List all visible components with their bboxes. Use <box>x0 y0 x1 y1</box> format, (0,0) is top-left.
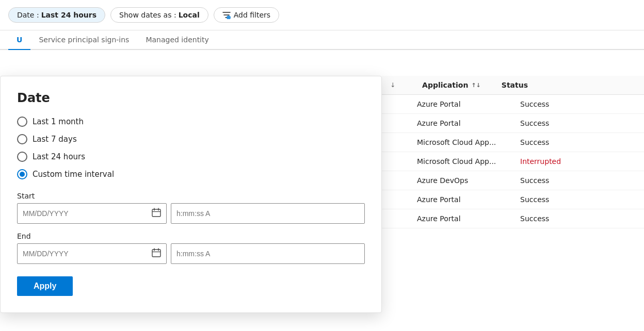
start-time-input[interactable] <box>176 209 359 218</box>
table-row[interactable]: Azure Portal Success <box>382 190 644 209</box>
end-date-input[interactable] <box>23 250 152 258</box>
status-cell: Success <box>520 100 549 108</box>
app-cell: Azure Portal <box>417 119 500 127</box>
app-cell: Azure Portal <box>417 195 500 204</box>
sort-down-arrow: ↓ <box>390 81 395 89</box>
tab-user-signins[interactable]: U <box>8 30 30 50</box>
radio-last24hours[interactable]: Last 24 hours <box>17 152 365 162</box>
app-cell: Azure DevOps <box>417 176 500 185</box>
app-cell: Azure Portal <box>417 214 500 223</box>
filter-icon <box>222 11 231 19</box>
tab-managed-identity[interactable]: Managed identity <box>137 30 217 50</box>
application-sort-icon[interactable]: ↑↓ <box>471 82 480 89</box>
radio-custom[interactable]: Custom time interval <box>17 169 365 179</box>
start-calendar-icon[interactable] <box>152 208 161 219</box>
start-date-input[interactable] <box>23 209 152 218</box>
background-table: ↓ Application ↑↓ Status Azure Portal Suc… <box>382 76 644 331</box>
app-cell: Microsoft Cloud App... <box>417 138 500 146</box>
end-time-input-wrapper[interactable] <box>171 243 365 264</box>
tab-service-principal[interactable]: Service principal sign-ins <box>30 30 137 50</box>
date-chip-value: Last 24 hours <box>41 11 96 19</box>
date-chip-label: Date : <box>17 11 39 19</box>
application-column-header[interactable]: Application ↑↓ <box>422 81 481 89</box>
table-row[interactable]: Microsoft Cloud App... Interrupted <box>382 152 644 171</box>
start-label: Start <box>17 192 365 200</box>
apply-button[interactable]: Apply <box>17 276 73 296</box>
table-row[interactable]: Microsoft Cloud App... Success <box>382 133 644 152</box>
status-column-header: Status <box>502 81 528 89</box>
table-row[interactable]: Azure Portal Success <box>382 114 644 133</box>
start-date-time-row <box>17 203 365 224</box>
app-cell: Microsoft Cloud App... <box>417 157 500 166</box>
filter-bar: Date : Last 24 hours Show dates as : Loc… <box>0 0 644 30</box>
app-cell: Azure Portal <box>417 100 500 108</box>
table-row[interactable]: Azure DevOps Success <box>382 171 644 190</box>
radio-label-last7days: Last 7 days <box>33 135 77 144</box>
panel-title: Date <box>17 91 365 105</box>
date-dropdown-panel: Date Last 1 month Last 7 days Last 24 ho… <box>0 76 382 313</box>
radio-label-last1month: Last 1 month <box>33 117 84 126</box>
status-cell: Success <box>520 195 549 204</box>
status-cell: Success <box>520 119 549 127</box>
radio-circle-last7days <box>17 134 27 144</box>
show-dates-chip[interactable]: Show dates as : Local <box>110 7 208 23</box>
end-date-input-wrapper[interactable] <box>17 243 167 264</box>
end-time-input[interactable] <box>176 250 359 258</box>
main-content: Date Last 1 month Last 7 days Last 24 ho… <box>0 50 644 331</box>
svg-rect-7 <box>152 250 160 257</box>
radio-circle-last24hours <box>17 152 27 162</box>
end-calendar-icon[interactable] <box>152 248 161 259</box>
tab-bar: U Service principal sign-ins Managed ide… <box>0 30 644 50</box>
table-row[interactable]: Azure Portal Success <box>382 209 644 228</box>
svg-rect-3 <box>152 209 160 217</box>
radio-label-custom: Custom time interval <box>33 170 114 179</box>
start-date-input-wrapper[interactable] <box>17 203 167 224</box>
status-cell: Success <box>520 176 549 185</box>
add-filters-label: Add filters <box>234 11 270 19</box>
radio-last7days[interactable]: Last 7 days <box>17 134 365 144</box>
radio-label-last24hours: Last 24 hours <box>33 152 85 161</box>
end-label: End <box>17 232 365 240</box>
radio-dot-custom <box>20 172 25 177</box>
radio-last1month[interactable]: Last 1 month <box>17 117 365 127</box>
status-cell: Success <box>520 214 549 223</box>
show-dates-value: Local <box>179 11 200 19</box>
table-header-row: ↓ Application ↑↓ Status <box>382 76 644 95</box>
radio-group: Last 1 month Last 7 days Last 24 hours C… <box>17 117 365 179</box>
add-filters-button[interactable]: Add filters <box>214 7 279 23</box>
show-dates-label: Show dates as : <box>119 11 176 19</box>
end-date-time-row <box>17 243 365 264</box>
table-row[interactable]: Azure Portal Success <box>382 95 644 114</box>
status-cell: Success <box>520 138 549 146</box>
radio-circle-custom <box>17 169 27 179</box>
start-time-input-wrapper[interactable] <box>171 203 365 224</box>
radio-circle-last1month <box>17 117 27 127</box>
status-cell: Interrupted <box>520 157 561 166</box>
date-filter-chip[interactable]: Date : Last 24 hours <box>8 7 105 23</box>
